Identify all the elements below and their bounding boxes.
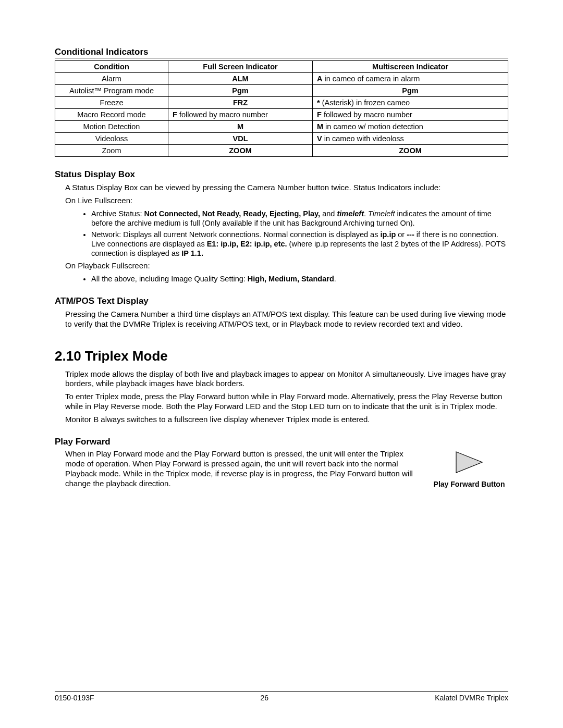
playback-fullscreen-label: On Playback Fullscreen: <box>65 261 508 271</box>
table-row: Motion Detection M M in cameo w/ motion … <box>55 121 508 133</box>
table-row: Alarm ALM A in cameo of camera in alarm <box>55 73 508 85</box>
heading-play-forward: Play Forward <box>55 437 508 447</box>
col-condition: Condition <box>55 61 168 73</box>
footer-page-number: 26 <box>261 694 269 702</box>
heading-conditional-indicators: Conditional Indicators <box>55 47 508 58</box>
table-row: Videoloss VDL V in cameo with videoloss <box>55 133 508 145</box>
live-bullets: Archive Status: Not Connected, Not Ready… <box>91 209 508 258</box>
table-row: Macro Record mode F followed by macro nu… <box>55 109 508 121</box>
table-row: Freeze FRZ * (Asterisk) in frozen cameo <box>55 97 508 109</box>
table-row: Autolist™ Program mode Pgm Pgm <box>55 85 508 97</box>
svg-marker-0 <box>456 452 482 473</box>
heading-atm-pos: ATM/POS Text Display <box>55 296 508 306</box>
col-multiscreen: Multiscreen Indicator <box>313 61 508 73</box>
col-fullscreen: Full Screen Indicator <box>168 61 313 73</box>
footer-left: 0150-0193F <box>55 694 94 702</box>
table-row: Zoom ZOOM ZOOM <box>55 145 508 157</box>
list-item: All the above, including Image Quality S… <box>91 274 508 283</box>
list-item: Network: Displays all current Network co… <box>91 230 508 258</box>
triplex-p2: To enter Triplex mode, press the Play Fo… <box>65 392 508 412</box>
atm-text: Pressing the Camera Number a third time … <box>65 310 508 329</box>
heading-status-display-box: Status Display Box <box>55 169 508 180</box>
live-fullscreen-label: On Live Fullscreen: <box>65 196 508 206</box>
play-forward-text: When in Play Forward mode and the Play F… <box>65 449 421 488</box>
play-forward-figure: Play Forward Button <box>430 449 508 491</box>
conditional-indicators-table: Condition Full Screen Indicator Multiscr… <box>55 60 508 157</box>
triplex-p3: Monitor B always switches to a fullscree… <box>65 415 508 425</box>
list-item: Archive Status: Not Connected, Not Ready… <box>91 209 508 228</box>
table-header-row: Condition Full Screen Indicator Multiscr… <box>55 61 508 73</box>
footer-right: Kalatel DVMRe Triplex <box>435 694 508 702</box>
page: Conditional Indicators Condition Full Sc… <box>0 0 563 728</box>
play-forward-icon <box>454 449 485 475</box>
status-intro: A Status Display Box can be viewed by pr… <box>65 183 508 193</box>
playback-bullets: All the above, including Image Quality S… <box>91 274 508 283</box>
play-forward-caption: Play Forward Button <box>430 480 508 488</box>
heading-triplex-mode: 2.10 Triplex Mode <box>55 348 508 364</box>
triplex-p1: Triplex mode allows the display of both … <box>65 369 508 389</box>
page-footer: 0150-0193F 26 Kalatel DVMRe Triplex <box>55 691 508 702</box>
